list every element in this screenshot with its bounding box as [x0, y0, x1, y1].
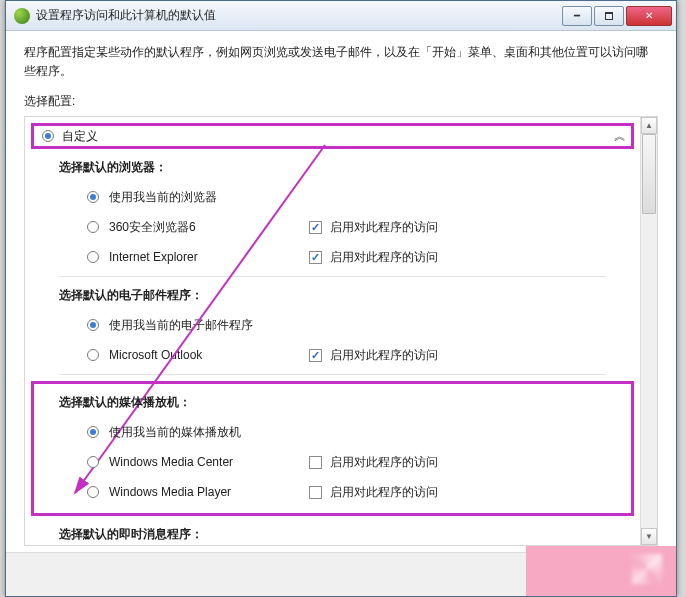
section-media-title: 选择默认的媒体播放机： — [34, 384, 631, 417]
section-browser-title: 选择默认的浏览器： — [31, 149, 634, 182]
option-label: 使用我当前的电子邮件程序 — [109, 317, 309, 334]
radio-icon — [87, 349, 99, 361]
radio-icon — [87, 456, 99, 468]
option-label: 使用我当前的浏览器 — [109, 189, 309, 206]
access-label: 启用对此程序的访问 — [330, 347, 438, 364]
browser-option-360[interactable]: 360安全浏览器6 启用对此程序的访问 — [31, 212, 634, 242]
vertical-scrollbar[interactable]: ▲ ▼ — [640, 117, 657, 545]
email-option-outlook[interactable]: Microsoft Outlook 启用对此程序的访问 — [31, 340, 634, 370]
titlebar[interactable]: 设置程序访问和此计算机的默认值 ━ ✕ — [6, 1, 676, 31]
option-label: Windows Media Center — [109, 455, 309, 469]
scroll-thumb[interactable] — [642, 134, 656, 214]
access-checkbox[interactable] — [309, 251, 322, 264]
media-option-current[interactable]: 使用我当前的媒体播放机 — [34, 417, 631, 447]
minimize-button[interactable]: ━ — [562, 6, 592, 26]
window-controls: ━ ✕ — [560, 6, 672, 26]
config-panel: 自定义 ︽ 选择默认的浏览器： 使用我当前的浏览器 360安全浏览器6 — [24, 116, 658, 546]
description-text: 程序配置指定某些动作的默认程序，例如网页浏览或发送电子邮件，以及在「开始」菜单、… — [24, 43, 658, 81]
access-label: 启用对此程序的访问 — [330, 454, 438, 471]
radio-icon — [87, 191, 99, 203]
app-icon — [14, 8, 30, 24]
access-label: 启用对此程序的访问 — [330, 484, 438, 501]
access-checkbox[interactable] — [309, 349, 322, 362]
browser-option-current[interactable]: 使用我当前的浏览器 — [31, 182, 634, 212]
config-panel-body: 自定义 ︽ 选择默认的浏览器： 使用我当前的浏览器 360安全浏览器6 — [25, 117, 640, 545]
option-label: 360安全浏览器6 — [109, 219, 309, 236]
radio-icon — [87, 251, 99, 263]
scroll-up-button[interactable]: ▲ — [641, 117, 657, 134]
option-label: Microsoft Outlook — [109, 348, 309, 362]
option-label: 使用我当前的媒体播放机 — [109, 424, 309, 441]
radio-icon — [42, 130, 54, 142]
dialog-window: 设置程序访问和此计算机的默认值 ━ ✕ 程序配置指定某些动作的默认程序，例如网页… — [5, 0, 677, 597]
radio-icon — [87, 486, 99, 498]
access-checkbox[interactable] — [309, 221, 322, 234]
close-button[interactable]: ✕ — [626, 6, 672, 26]
browser-option-ie[interactable]: Internet Explorer 启用对此程序的访问 — [31, 242, 634, 272]
config-name: 自定义 — [62, 128, 614, 145]
access-label: 启用对此程序的访问 — [330, 219, 438, 236]
access-checkbox[interactable] — [309, 486, 322, 499]
option-label: Internet Explorer — [109, 250, 309, 264]
access-checkbox[interactable] — [309, 456, 322, 469]
window-title: 设置程序访问和此计算机的默认值 — [36, 7, 560, 24]
email-option-current[interactable]: 使用我当前的电子邮件程序 — [31, 310, 634, 340]
media-option-wmc[interactable]: Windows Media Center 启用对此程序的访问 — [34, 447, 631, 477]
config-custom-row[interactable]: 自定义 ︽ — [31, 123, 634, 149]
maximize-button[interactable] — [594, 6, 624, 26]
section-im-title: 选择默认的即时消息程序： — [31, 516, 634, 549]
dialog-content: 程序配置指定某些动作的默认程序，例如网页浏览或发送电子邮件，以及在「开始」菜单、… — [6, 31, 676, 546]
watermark-overlay — [526, 546, 676, 596]
media-option-wmp[interactable]: Windows Media Player 启用对此程序的访问 — [34, 477, 631, 507]
choose-config-label: 选择配置: — [24, 93, 658, 110]
option-label: Windows Media Player — [109, 485, 309, 499]
collapse-icon[interactable]: ︽ — [614, 128, 623, 145]
radio-icon — [87, 221, 99, 233]
section-email-title: 选择默认的电子邮件程序： — [31, 277, 634, 310]
separator — [59, 374, 606, 375]
scroll-down-button[interactable]: ▼ — [641, 528, 657, 545]
section-media-highlight: 选择默认的媒体播放机： 使用我当前的媒体播放机 Windows Media Ce… — [31, 381, 634, 516]
radio-icon — [87, 319, 99, 331]
access-label: 启用对此程序的访问 — [330, 249, 438, 266]
radio-icon — [87, 426, 99, 438]
